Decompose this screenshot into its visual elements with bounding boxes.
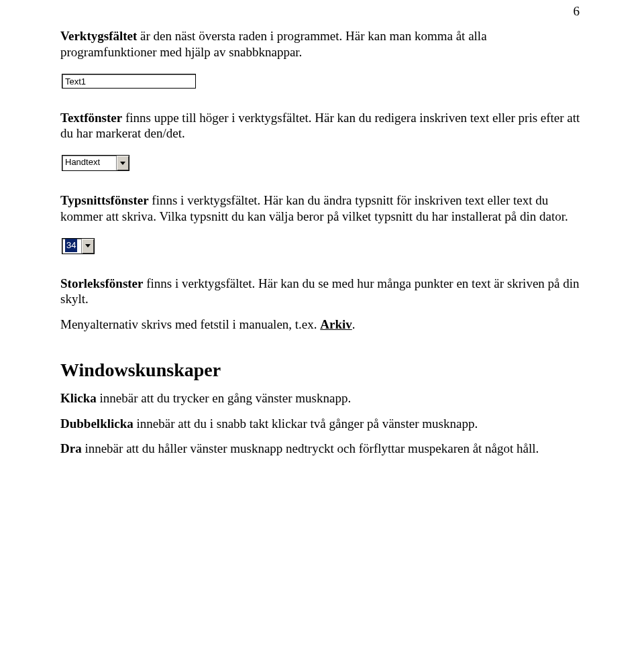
paragraph-dra: Dra innebär att du håller vänster muskna…: [60, 441, 584, 457]
term-dra: Dra: [60, 441, 82, 455]
text: finns uppe till höger i verktygsfältet. …: [60, 111, 580, 141]
document-page: 6 Verktygsfältet är den näst översta rad…: [0, 0, 644, 493]
term-typsnittsfonster: Typsnittsfönster: [60, 193, 149, 207]
term-textfonster: Textfönster: [60, 111, 122, 125]
term-dubbelklicka: Dubbelklicka: [60, 416, 133, 431]
paragraph-verktygsfaltet: Verktygsfältet är den näst översta raden…: [60, 28, 584, 60]
paragraph-klicka: Klicka innebär att du trycker en gång vä…: [60, 390, 584, 406]
dropdown-button[interactable]: [116, 156, 129, 170]
chevron-down-icon: [85, 244, 91, 247]
paragraph-dubbelklicka: Dubbelklicka innebär att du i snabb takt…: [60, 416, 584, 432]
paragraph-textfonster: Textfönster finns uppe till höger i verk…: [60, 110, 584, 142]
menu-example-underline: Arkiv: [320, 317, 352, 331]
size-combobox-value: 34: [62, 239, 81, 254]
dropdown-button[interactable]: [81, 239, 94, 254]
font-combobox[interactable]: Handtext: [62, 155, 129, 171]
heading-windowskunskaper: Windowskunskaper: [60, 359, 584, 381]
menu-example: Arkiv: [320, 317, 352, 331]
text: innebär att du i snabb takt klickar två …: [133, 416, 478, 431]
text: .: [352, 317, 356, 331]
term-verktygsfaltet: Verktygsfältet: [60, 29, 137, 43]
paragraph-storleksfonster: Storleksfönster finns i verktygsfältet. …: [60, 276, 584, 308]
text: Menyalternativ skrivs med fetstil i manu…: [60, 317, 320, 331]
size-combobox[interactable]: 34: [62, 238, 95, 254]
font-combobox-value: Handtext: [62, 156, 116, 170]
page-number: 6: [60, 0, 584, 19]
text: innebär att du håller vänster musknapp n…: [82, 441, 539, 455]
paragraph-typsnittsfonster: Typsnittsfönster finns i verktygsfältet.…: [60, 192, 584, 225]
term-klicka: Klicka: [60, 391, 97, 405]
text-input[interactable]: Text1: [62, 74, 196, 89]
selected-value: 34: [65, 239, 77, 252]
paragraph-menyalternativ: Menyalternativ skrivs med fetstil i manu…: [60, 317, 584, 333]
chevron-down-icon: [120, 162, 125, 165]
text: innebär att du trycker en gång vänster m…: [97, 391, 351, 405]
term-storleksfonster: Storleksfönster: [60, 276, 143, 290]
